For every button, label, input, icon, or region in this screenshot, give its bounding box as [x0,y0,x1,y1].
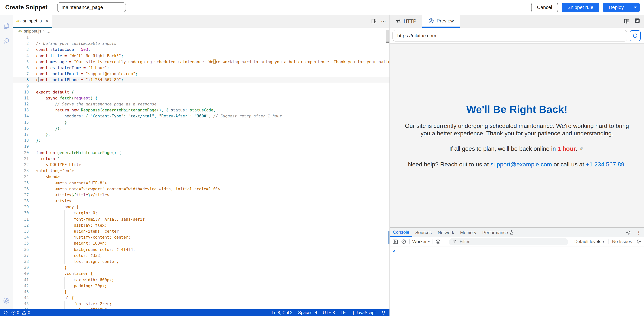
files-icon[interactable] [2,22,10,30]
code-line[interactable]: 24<head> [13,174,390,180]
code-line[interactable]: 29body { [13,204,390,210]
pane-divider[interactable] [390,15,390,316]
code-line[interactable]: 26<meta name="viewport" content="width=d… [13,186,390,192]
code-token: { [72,90,74,94]
code-line[interactable]: 20function generateMaintenancePage() { [13,149,390,155]
encoding-setting[interactable]: UTF-8 [323,310,335,315]
code-line[interactable]: 30margin: 0; [13,210,390,216]
code-line[interactable]: 19 [13,143,390,149]
code-line[interactable]: 5const message = "Our site is currently … [13,59,390,65]
snippet-rule-button[interactable]: Snippet rule [562,3,599,12]
devtools-tab-label: Memory [460,230,476,235]
code-line[interactable]: 16}); [13,125,390,131]
code-line[interactable]: 39} [13,264,390,270]
code-lines[interactable]: 12// Define your customizable inputs3con… [13,35,390,309]
problems-indicator[interactable]: 0 0 [11,310,30,315]
code-line[interactable]: 25<meta charset="UTF-8"> [13,180,390,186]
code-line[interactable]: 27<title>${title}</title> [13,192,390,198]
more-actions-icon[interactable]: ⋯ [380,18,386,24]
settings-gear-icon[interactable] [2,296,10,305]
code-line[interactable]: 37color: #333; [13,252,390,258]
indentation-setting[interactable]: Spaces: 4 [298,310,317,315]
code-line[interactable]: 42padding: 20px; [13,282,390,288]
devtools-tab-sources[interactable]: Sources [412,228,435,237]
deploy-button[interactable]: Deploy [603,3,630,12]
code-line[interactable]: 44h1 { [13,295,390,301]
bell-icon[interactable] [381,310,386,315]
code-line[interactable]: 23<html lang="en"> [13,168,390,174]
phone-link[interactable]: +1 234 567 89 [586,161,624,168]
editor-scrollbar-thumb[interactable] [386,30,389,41]
remote-icon[interactable] [3,310,8,315]
code-line[interactable]: 15}, [13,119,390,125]
code-line[interactable]: 1 [13,35,390,40]
devtools-settings-gear-icon[interactable] [625,229,631,235]
code-line[interactable]: 43} [13,289,390,295]
filter-input[interactable] [459,239,564,245]
refresh-button[interactable] [630,30,641,41]
eol-setting[interactable]: LF [340,310,346,315]
code-line[interactable]: 36background-color: #f4f4f4; [13,246,390,252]
devtools-tab-network[interactable]: Network [435,228,457,237]
code-line[interactable]: 31font-family: Arial, sans-serif; [13,216,390,222]
cursor-position[interactable]: Ln 8, Col 2 [272,310,292,315]
tab-preview[interactable]: Preview [422,15,460,28]
code-line[interactable]: 46color: #0056b3; [13,307,390,309]
snippet-name-input[interactable] [57,2,126,12]
breadcrumb-file[interactable]: snippet.js [24,29,41,33]
kebab-menu-icon[interactable]: ⋮ [636,229,642,235]
code-line[interactable]: 2// Define your customizable inputs [13,40,390,46]
code-line[interactable]: 9 [13,83,390,89]
tab-snippet-js[interactable]: JS snippet.js × [13,15,52,28]
close-tab-icon[interactable]: × [46,18,48,24]
devtools-tab-console[interactable]: Console [390,228,412,237]
code-line[interactable]: 18}; [13,137,390,143]
code-line[interactable]: 28<style> [13,198,390,204]
code-line[interactable]: 45font-size: 2rem; [13,301,390,307]
docs-book-icon[interactable] [624,18,630,24]
code-line[interactable]: 7const contactEmail = "support@example.c… [13,71,390,77]
code-line[interactable]: 33align-items: center; [13,228,390,234]
code-line[interactable]: 34justify-content: center; [13,234,390,240]
cancel-button[interactable]: Cancel [531,3,558,12]
discord-icon[interactable] [634,18,640,24]
code-line[interactable]: 11async fetch(request) { [13,95,390,101]
console-settings-gear-icon[interactable] [636,239,642,245]
language-mode[interactable]: {} JavaScript [351,310,376,315]
code-line[interactable]: 32display: flex; [13,222,390,228]
breadcrumb-symbol[interactable]: … [46,29,50,33]
line-number: 33 [13,228,29,234]
code-line[interactable]: 13return new Response(generateMaintenanc… [13,107,390,113]
console-prompt[interactable]: > [390,246,644,255]
log-levels-selector[interactable]: Default levels ▾ [574,239,604,244]
breadcrumb[interactable]: JS snippet.js › … [13,28,390,35]
code-line[interactable]: 22<!DOCTYPE html> [13,162,390,168]
code-line[interactable]: 6const estimatedTime = "1 hour"; [13,65,390,71]
url-input[interactable] [392,30,627,41]
code-line[interactable]: 38text-align: center; [13,258,390,264]
console-sidebar-icon[interactable] [392,239,398,245]
live-expression-eye-icon[interactable] [435,239,441,245]
code-line[interactable]: 35height: 100vh; [13,240,390,246]
devtools-tab-memory[interactable]: Memory [457,228,479,237]
code-line[interactable]: 10export default { [13,89,390,95]
code-line[interactable]: 21return ` [13,156,390,162]
code-line[interactable]: 12// Serve the maintenance page as a res… [13,101,390,107]
issues-counter[interactable]: No Issues [612,239,632,244]
code-line[interactable]: 4const title = "We'll Be Right Back!"; [13,53,390,59]
deploy-dropdown-button[interactable] [630,3,640,12]
execution-context-selector[interactable]: Worker ▾ [412,239,430,244]
code-line[interactable]: 17}, [13,131,390,137]
code-line[interactable]: 8const contactPhone = "+1 234 567 89"; [13,77,390,83]
search-icon[interactable] [2,37,10,45]
tab-http[interactable]: HTTP [390,15,422,28]
support-email-link[interactable]: support@example.com [490,161,552,168]
code-line[interactable]: 40.container { [13,270,390,276]
code-line[interactable]: 41max-width: 600px; [13,276,390,282]
devtools-tab-performance[interactable]: Performance [479,228,517,237]
code-line[interactable]: 14headers: { "Content-Type": "text/html"… [13,113,390,119]
code-line[interactable]: 3const statusCode = 503; [13,47,390,53]
clear-console-icon[interactable] [401,239,407,245]
console-filter[interactable] [449,238,568,245]
split-editor-icon[interactable] [371,18,377,24]
